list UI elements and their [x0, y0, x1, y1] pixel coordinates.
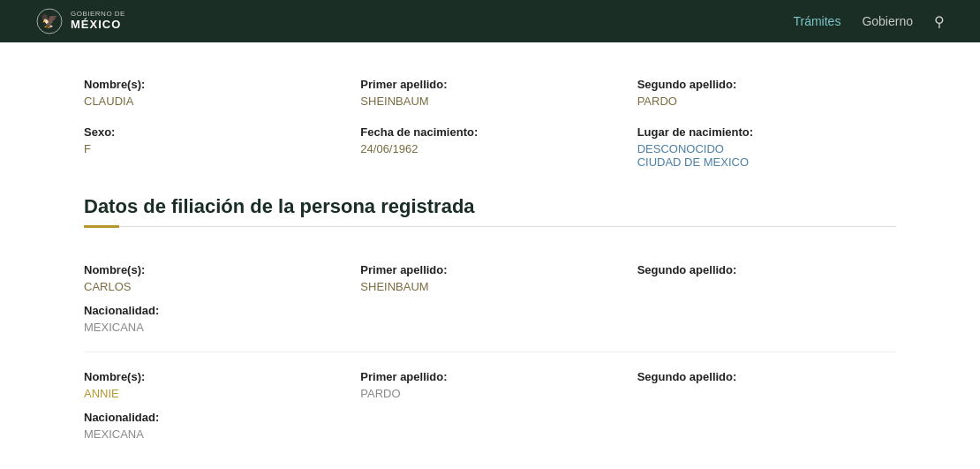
lugar-nac-field: Lugar de nacimiento: DESCONOCIDO CIUDAD …	[637, 125, 896, 169]
sexo-label: Sexo:	[84, 125, 343, 139]
filiation-p2-primer-apellido-block: Primer apellido: PARDO	[360, 370, 619, 441]
filiation-p2-primer-apellido-label: Primer apellido:	[360, 370, 619, 383]
filiation-person-2: Nombre(s): ANNIE Nacionalidad: MEXICANA …	[84, 352, 896, 458]
lugar-nac-line1: DESCONOCIDO	[637, 142, 896, 155]
nombre-value: CLAUDIA	[84, 95, 343, 108]
fecha-nac-value: 24/06/1962	[360, 142, 619, 155]
segundo-apellido-value: PARDO	[637, 95, 896, 108]
section-underline	[84, 225, 896, 228]
sexo-value: F	[84, 142, 343, 155]
filiation-p1-nac-label: Nacionalidad:	[84, 304, 343, 317]
logo-mexico: MÉXICO	[71, 19, 125, 31]
logo-text: GOBIERNO DE MÉXICO	[71, 11, 125, 31]
filiation-p2-segundo-apellido-label: Segundo apellido:	[637, 370, 896, 383]
segundo-apellido-field: Segundo apellido: PARDO	[637, 78, 896, 108]
nombre-field: Nombre(s): CLAUDIA	[84, 78, 343, 108]
filiation-p1-primer-apellido-block: Primer apellido: SHEINBAUM	[360, 263, 619, 334]
filiation-person-2-grid: Nombre(s): ANNIE Nacionalidad: MEXICANA …	[84, 370, 896, 441]
header: 🦅 GOBIERNO DE MÉXICO Trámites Gobierno ⚲	[0, 0, 980, 42]
header-nav: Trámites Gobierno ⚲	[793, 13, 945, 30]
filiation-person-1-grid: Nombre(s): CARLOS Nacionalidad: MEXICANA…	[84, 263, 896, 334]
search-button[interactable]: ⚲	[934, 13, 945, 30]
filiation-title: Datos de filiación de la persona registr…	[84, 195, 896, 218]
nav-gobierno[interactable]: Gobierno	[862, 14, 913, 28]
primer-apellido-value: SHEINBAUM	[360, 95, 619, 108]
primer-apellido-label: Primer apellido:	[360, 78, 619, 91]
lugar-nac-line2: CIUDAD DE MEXICO	[637, 155, 896, 169]
lugar-nac-label: Lugar de nacimiento:	[637, 125, 896, 139]
filiation-p2-nombre-block: Nombre(s): ANNIE Nacionalidad: MEXICANA	[84, 370, 343, 441]
main-content: Nombre(s): CLAUDIA Primer apellido: SHEI…	[49, 42, 931, 469]
sexo-field: Sexo: F	[84, 125, 343, 169]
nombre-label: Nombre(s):	[84, 78, 343, 91]
fecha-nac-label: Fecha de nacimiento:	[360, 125, 619, 139]
svg-text:🦅: 🦅	[41, 12, 58, 29]
primer-apellido-field: Primer apellido: SHEINBAUM	[360, 78, 619, 108]
filiation-p2-primer-apellido-value: PARDO	[360, 387, 619, 400]
filiation-p1-segundo-apellido-block: Segundo apellido:	[637, 263, 896, 334]
logo: 🦅 GOBIERNO DE MÉXICO	[35, 7, 125, 35]
filiation-p2-nac-value: MEXICANA	[84, 427, 343, 441]
segundo-apellido-label: Segundo apellido:	[637, 78, 896, 91]
filiation-p1-nombre-block: Nombre(s): CARLOS Nacionalidad: MEXICANA	[84, 263, 343, 334]
filiation-p2-nac-label: Nacionalidad:	[84, 411, 343, 424]
filiation-person-1: Nombre(s): CARLOS Nacionalidad: MEXICANA…	[84, 246, 896, 352]
personal-info-section: Nombre(s): CLAUDIA Primer apellido: SHEI…	[84, 78, 896, 169]
nav-tramites[interactable]: Trámites	[793, 14, 841, 28]
filiation-p2-segundo-apellido-block: Segundo apellido:	[637, 370, 896, 441]
filiation-section-header: Datos de filiación de la persona registr…	[84, 195, 896, 228]
filiation-p1-primer-apellido-value: SHEINBAUM	[360, 280, 619, 293]
filiation-p1-nombre-label: Nombre(s):	[84, 263, 343, 276]
filiation-p1-primer-apellido-label: Primer apellido:	[360, 263, 619, 276]
filiation-p1-nombre-value: CARLOS	[84, 280, 343, 293]
filiation-p2-nombre-label: Nombre(s):	[84, 370, 343, 383]
filiation-p2-nombre-value: ANNIE	[84, 387, 343, 400]
filiation-p1-nac-value: MEXICANA	[84, 321, 343, 334]
fecha-nac-field: Fecha de nacimiento: 24/06/1962	[360, 125, 619, 169]
filiation-p1-segundo-apellido-label: Segundo apellido:	[637, 263, 896, 276]
underline-gold-bar	[84, 225, 119, 228]
logo-emblem-icon: 🦅	[35, 7, 64, 35]
underline-gray-bar	[119, 226, 896, 227]
